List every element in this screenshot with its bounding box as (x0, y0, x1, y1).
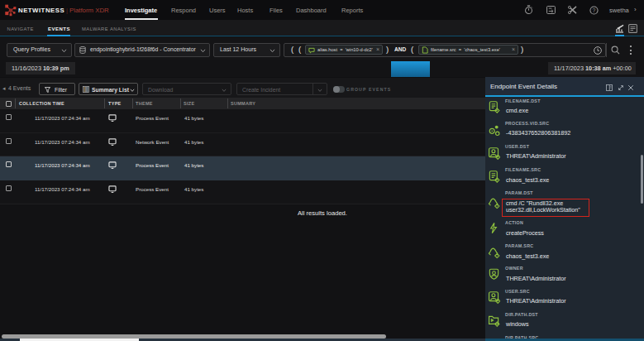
svg-text:?: ? (593, 7, 596, 12)
